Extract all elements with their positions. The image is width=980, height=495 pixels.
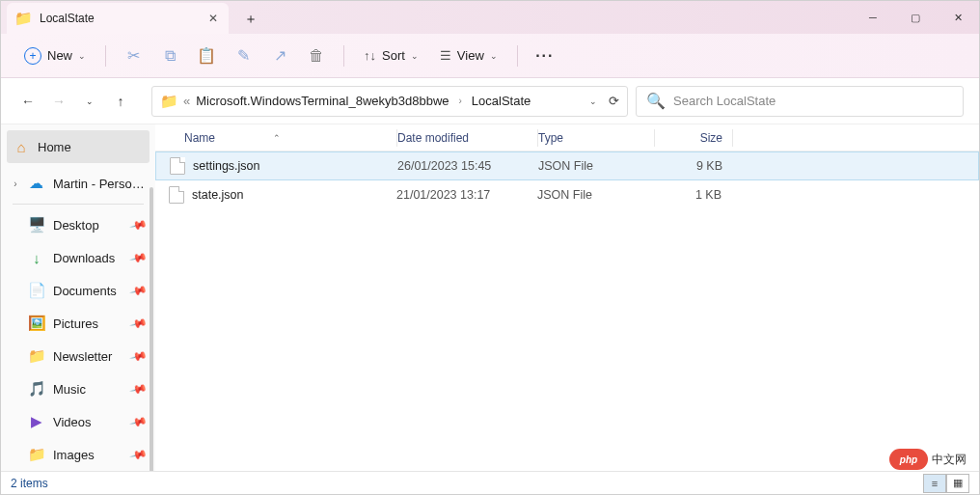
- recent-button[interactable]: ⌄: [78, 90, 101, 113]
- pin-icon[interactable]: 📌: [129, 215, 149, 234]
- item-icon: 🖼️: [28, 315, 45, 332]
- paste-icon[interactable]: 📋: [191, 41, 222, 71]
- item-icon: 🖥️: [28, 216, 45, 234]
- column-headers: Name ⌃ Date modified Type Size: [155, 124, 979, 151]
- item-icon: 📁: [28, 446, 45, 463]
- tab-title: LocalState: [40, 12, 95, 25]
- sidebar-item-desktop[interactable]: 🖥️ Desktop 📌: [1, 208, 155, 241]
- sidebar-label: Newsletter: [53, 349, 112, 364]
- content: ⌂ Home › ☁ Martin - Persona 🖥️ Desktop 📌…: [1, 124, 979, 471]
- sidebar-label: Documents: [53, 284, 117, 298]
- sidebar-item-documents[interactable]: 📄 Documents 📌: [1, 274, 155, 307]
- sidebar-item-pictures[interactable]: 🖼️ Pictures 📌: [1, 307, 155, 340]
- refresh-button[interactable]: ⟳: [609, 94, 619, 108]
- divider: [13, 204, 144, 205]
- close-button[interactable]: ✕: [937, 1, 979, 34]
- back-button[interactable]: ←: [16, 90, 40, 113]
- home-icon: ⌂: [13, 138, 30, 155]
- chevron-down-icon: ⌄: [411, 51, 419, 61]
- chevron-right-icon: ›: [459, 96, 462, 106]
- sidebar: ⌂ Home › ☁ Martin - Persona 🖥️ Desktop 📌…: [1, 124, 155, 471]
- item-icon: 📄: [28, 282, 45, 299]
- item-icon: 🎵: [28, 380, 45, 398]
- address-overflow: «: [183, 94, 190, 108]
- onedrive-icon: ☁: [28, 175, 45, 192]
- cut-icon[interactable]: ✂: [118, 41, 149, 71]
- sidebar-item-newsletter[interactable]: 📁 Newsletter 📌: [1, 340, 155, 372]
- rename-icon[interactable]: ✎: [228, 41, 259, 71]
- address-bar[interactable]: 📁 « Microsoft.WindowsTerminal_8wekyb3d8b…: [151, 86, 628, 117]
- sidebar-item-home[interactable]: ⌂ Home: [7, 130, 150, 163]
- pin-icon[interactable]: 📌: [129, 412, 149, 431]
- details-view-toggle[interactable]: ≡: [923, 474, 946, 493]
- navbar: ← → ⌄ ↑ 📁 « Microsoft.WindowsTerminal_8w…: [1, 78, 979, 124]
- toolbar: + New ⌄ ✂ ⧉ 📋 ✎ ↗ 🗑 ↑↓ Sort ⌄ ☰ View ⌄ ∙…: [1, 34, 979, 78]
- sidebar-item-downloads[interactable]: ↓ Downloads 📌: [1, 241, 155, 274]
- chevron-right-icon[interactable]: ›: [11, 179, 20, 189]
- sidebar-label: Pictures: [53, 316, 98, 331]
- address-part-1[interactable]: LocalState: [472, 94, 531, 108]
- sort-indicator-icon: ⌃: [273, 133, 281, 143]
- minimize-button[interactable]: ─: [852, 1, 894, 34]
- file-icon: [169, 186, 184, 204]
- column-type[interactable]: Type: [538, 131, 654, 145]
- more-button[interactable]: ∙∙∙: [530, 41, 560, 71]
- watermark: php 中文网: [889, 449, 966, 470]
- divider: [517, 45, 518, 67]
- file-pane: Name ⌃ Date modified Type Size settings.…: [155, 124, 979, 471]
- pin-icon[interactable]: 📌: [129, 248, 149, 267]
- pin-icon[interactable]: 📌: [129, 346, 149, 366]
- copy-icon[interactable]: ⧉: [154, 41, 185, 71]
- item-icon: ↓: [28, 249, 45, 266]
- chevron-down-icon: ⌄: [78, 51, 86, 61]
- tab-localstate[interactable]: 📁 LocalState ✕: [7, 3, 229, 34]
- chevron-down-icon: ⌄: [490, 51, 498, 61]
- sidebar-item-images[interactable]: 📁 Images 📌: [1, 438, 155, 471]
- forward-button[interactable]: →: [47, 90, 70, 113]
- file-type: JSON File: [537, 188, 654, 202]
- sidebar-item-onedrive[interactable]: › ☁ Martin - Persona: [1, 167, 155, 200]
- file-size: 9 KB: [655, 159, 732, 173]
- pin-icon[interactable]: 📌: [129, 379, 149, 399]
- file-date: 21/01/2023 13:17: [396, 188, 537, 202]
- titlebar: 📁 LocalState ✕ ＋ ─ ▢ ✕: [1, 1, 979, 34]
- maximize-button[interactable]: ▢: [894, 1, 937, 34]
- file-icon: [170, 157, 185, 175]
- column-date[interactable]: Date modified: [397, 131, 537, 145]
- close-icon[interactable]: ✕: [205, 11, 221, 26]
- address-dropdown[interactable]: ⌄: [589, 96, 597, 106]
- file-row[interactable]: settings.json 26/01/2023 15:45 JSON File…: [155, 151, 979, 180]
- up-button[interactable]: ↑: [109, 90, 132, 113]
- file-list: settings.json 26/01/2023 15:45 JSON File…: [155, 151, 979, 209]
- pin-icon[interactable]: 📌: [129, 281, 149, 300]
- share-icon[interactable]: ↗: [264, 41, 295, 71]
- column-size[interactable]: Size: [655, 131, 732, 145]
- sort-button[interactable]: ↑↓ Sort ⌄: [356, 44, 426, 67]
- column-name[interactable]: Name ⌃: [155, 131, 396, 145]
- sidebar-item-videos[interactable]: ▶ Videos 📌: [1, 405, 155, 438]
- delete-icon[interactable]: 🗑: [301, 41, 332, 71]
- search-input[interactable]: [673, 94, 953, 108]
- plus-icon: +: [24, 47, 41, 65]
- folder-icon: 📁: [14, 10, 32, 27]
- sidebar-item-music[interactable]: 🎵 Music 📌: [1, 372, 155, 405]
- new-tab-button[interactable]: ＋: [234, 5, 267, 34]
- sort-label: Sort: [382, 48, 405, 63]
- scrollbar[interactable]: [150, 187, 153, 471]
- sidebar-label: Downloads: [53, 251, 115, 265]
- new-button[interactable]: + New ⌄: [16, 43, 94, 69]
- file-row[interactable]: state.json 21/01/2023 13:17 JSON File 1 …: [155, 180, 979, 209]
- icons-view-toggle[interactable]: ▦: [946, 474, 969, 493]
- address-part-0[interactable]: Microsoft.WindowsTerminal_8wekyb3d8bbwe: [196, 94, 449, 108]
- pin-icon[interactable]: 📌: [129, 445, 149, 464]
- status-count: 2 items: [11, 477, 48, 490]
- pin-icon[interactable]: 📌: [129, 314, 149, 333]
- sidebar-label: Images: [53, 448, 95, 462]
- view-button[interactable]: ☰ View ⌄: [432, 44, 505, 67]
- item-icon: 📁: [28, 347, 45, 365]
- sidebar-label: Martin - Persona: [53, 177, 146, 191]
- folder-icon: 📁: [160, 93, 177, 110]
- file-type: JSON File: [538, 159, 655, 173]
- search-box[interactable]: 🔍: [636, 86, 964, 117]
- file-size: 1 KB: [654, 188, 731, 202]
